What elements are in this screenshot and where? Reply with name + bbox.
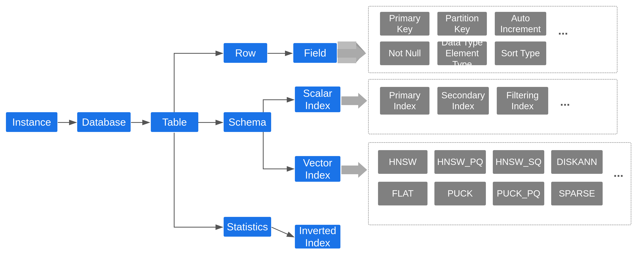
hnsw-box: HNSW bbox=[378, 150, 428, 174]
vector-ellipsis: ... bbox=[614, 166, 624, 180]
hnsw-pq-box: HNSW_PQ bbox=[434, 150, 486, 174]
not-null-box: Not Null bbox=[380, 41, 430, 65]
sparse-box: SPARSE bbox=[551, 182, 603, 205]
puck-pq-box: PUCK_PQ bbox=[493, 182, 544, 205]
database-node: Database bbox=[77, 112, 130, 132]
filtering-index-box: FilteringIndex bbox=[497, 87, 548, 115]
svg-marker-8 bbox=[356, 42, 365, 62]
table-node: Table bbox=[151, 112, 198, 132]
flat-box: FLAT bbox=[378, 182, 428, 205]
auto-increment-box: AutoIncrement bbox=[495, 12, 546, 35]
field-node: Field bbox=[293, 43, 337, 63]
sort-type-box: Sort Type bbox=[495, 41, 546, 65]
secondary-index-box: SecondaryIndex bbox=[438, 87, 489, 115]
schema-node: Schema bbox=[224, 112, 271, 132]
svg-marker-7 bbox=[338, 41, 365, 63]
instance-node: Instance bbox=[6, 112, 58, 132]
data-type-element-type-box: Data TypeElement Type bbox=[438, 41, 487, 65]
primary-key-box: Primary Key bbox=[380, 12, 430, 35]
row-node: Row bbox=[224, 43, 267, 63]
partition-key-box: Partition Key bbox=[438, 12, 487, 35]
diskann-box: DISKANN bbox=[551, 150, 603, 174]
scalar-index-node: ScalarIndex bbox=[295, 87, 340, 112]
diagram-container: Instance Database Table Row Field Schema… bbox=[0, 0, 644, 256]
svg-line-6 bbox=[272, 227, 294, 237]
statistics-node: Statistics bbox=[224, 217, 271, 237]
primary-index-box: PrimaryIndex bbox=[380, 87, 430, 115]
puck-box: PUCK bbox=[434, 182, 486, 205]
scalar-ellipsis: ... bbox=[560, 95, 570, 109]
inverted-index-node: InvertedIndex bbox=[295, 225, 340, 249]
vector-index-node: VectorIndex bbox=[295, 156, 340, 182]
field-ellipsis: ... bbox=[558, 24, 568, 37]
hnsw-sq-box: HNSW_SQ bbox=[493, 150, 544, 174]
